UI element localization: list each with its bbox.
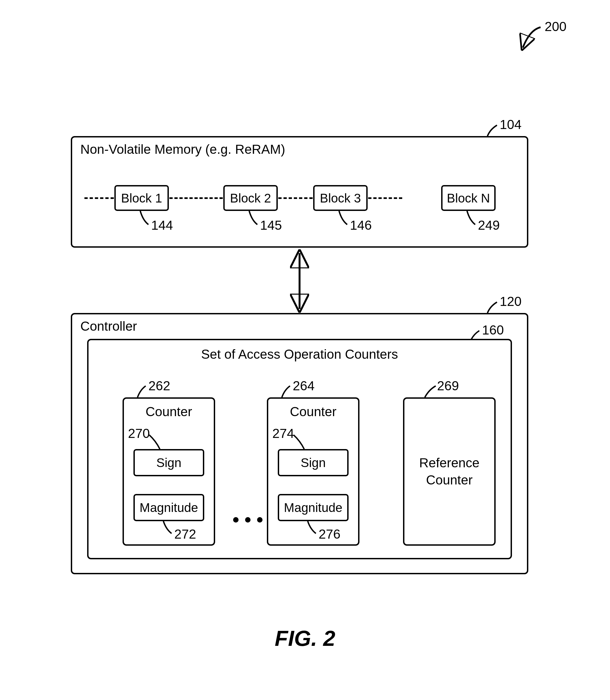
ref-overall: 200 [545,19,566,34]
counter-1-sign-label: Sign [156,455,181,470]
counter-2-sign: Sign [278,449,349,476]
ref-block-3: 146 [350,218,372,233]
counter-1-label: Counter [124,404,214,419]
ref-counter-1-sign: 270 [128,426,150,441]
reference-counter-label: Reference Counter [404,454,494,488]
counter-2-mag-label: Magnitude [284,500,342,515]
reference-counter-box: Reference Counter [403,397,496,546]
dash-2-3 [278,197,312,199]
ref-counter-1: 262 [148,378,170,393]
ref-reference-counter: 269 [437,378,459,393]
ref-block-n: 249 [478,218,500,233]
block-1: Block 1 [114,185,169,211]
ellipsis-dot-2 [245,517,251,522]
counter-2-sign-label: Sign [301,455,326,470]
block-3: Block 3 [313,185,368,211]
block-1-label: Block 1 [121,191,162,205]
block-n-label: Block N [447,191,490,205]
diagram-canvas: 200 Non-Volatile Memory (e.g. ReRAM) 104… [0,0,610,700]
block-n: Block N [441,185,496,211]
ref-counter-2-mag: 276 [319,527,340,541]
dash-1-2 [170,197,223,199]
block-2: Block 2 [223,185,278,211]
block-2-label: Block 2 [230,191,271,205]
counter-2-mag: Magnitude [278,494,349,521]
dash-3-right [368,197,402,199]
controller-title: Controller [80,319,137,334]
dash-left-edge [84,197,114,199]
block-3-label: Block 3 [320,191,361,205]
counter-1-mag-label: Magnitude [140,500,198,515]
figure-caption: FIG. 2 [0,626,610,651]
ref-controller: 120 [500,294,521,309]
counter-1-sign: Sign [133,449,204,476]
ref-counter-1-mag: 272 [174,527,196,541]
ref-counter-2: 264 [293,378,315,393]
ref-block-1: 144 [151,218,173,233]
ellipsis-dot-3 [257,517,262,522]
ref-counter-2-sign: 274 [272,426,294,441]
ref-counters-set: 160 [482,322,504,337]
counters-set-title: Set of Access Operation Counters [89,347,511,362]
counter-1-mag: Magnitude [133,494,204,521]
counter-2-label: Counter [268,404,358,419]
ref-nvm: 104 [500,117,521,132]
nvm-title: Non-Volatile Memory (e.g. ReRAM) [80,142,285,157]
ellipsis-dot-1 [233,517,239,522]
ref-block-2: 145 [260,218,282,233]
